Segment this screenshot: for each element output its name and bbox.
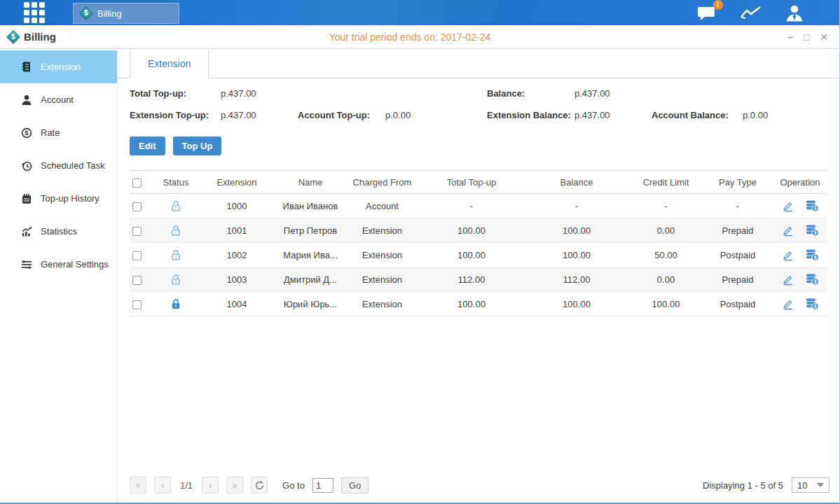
row-topup-button[interactable]: $: [806, 248, 819, 261]
extension-cell: 1002: [198, 250, 275, 260]
row-checkbox[interactable]: [132, 276, 142, 285]
tab-bar: Extension: [118, 49, 839, 78]
charged-from-cell: Extension: [345, 299, 419, 309]
user-account-icon[interactable]: [785, 4, 804, 22]
window-title-text: Billing: [24, 31, 56, 43]
sidebar-item-extension[interactable]: Extension: [0, 50, 117, 83]
row-checkbox[interactable]: [132, 202, 142, 211]
row-edit-button[interactable]: [782, 298, 794, 310]
app-launcher-grid-icon[interactable]: [24, 2, 45, 23]
row-topup-button[interactable]: $: [806, 298, 819, 310]
pencil-icon: [782, 224, 794, 237]
minimize-button[interactable]: –: [787, 32, 793, 42]
taskbar-tab-billing[interactable]: $ Billing: [73, 3, 179, 24]
sliders-icon: [21, 259, 32, 270]
lock-open-icon: [170, 200, 181, 212]
header-extension: Extension: [198, 177, 275, 188]
pay-type-cell: Prepaid: [703, 225, 773, 236]
lock-open-icon: [170, 225, 181, 237]
row-edit-button[interactable]: [782, 248, 794, 261]
sidebar-item-label: Account: [41, 94, 74, 105]
total-topup-cell: -: [419, 201, 524, 211]
sidebar-item-general-settings[interactable]: General Settings: [0, 248, 117, 281]
row-edit-button[interactable]: [782, 200, 794, 212]
notification-badge: !: [713, 0, 723, 10]
balance-cell: 100.00: [524, 299, 629, 309]
name-cell: Мария Ива...: [275, 250, 345, 260]
sidebar-item-scheduled-task[interactable]: Scheduled Task: [0, 149, 117, 182]
sidebar-item-rate[interactable]: $ Rate: [0, 116, 117, 149]
top-bar: $ Billing !: [0, 0, 839, 25]
coin-icon: $: [21, 127, 32, 139]
pencil-icon: [782, 248, 794, 261]
row-checkbox[interactable]: [132, 227, 142, 236]
status-cell[interactable]: [153, 200, 198, 211]
svg-text:$: $: [813, 255, 816, 260]
svg-text:$: $: [25, 129, 29, 136]
reports-chart-icon[interactable]: [740, 5, 762, 20]
account-topup-label: Account Top-up:: [298, 110, 370, 120]
sidebar-item-topup-history[interactable]: Top-up History: [0, 182, 117, 215]
table-row: 1004 Юрий Юрь... Extension 100.00 100.00…: [130, 292, 827, 316]
total-topup-cell: 100.00: [419, 299, 524, 309]
sidebar-item-statistics[interactable]: Statistics: [0, 215, 117, 248]
row-topup-button[interactable]: $: [806, 200, 819, 212]
total-topup-label: Total Top-up:: [130, 88, 186, 99]
row-edit-button[interactable]: [782, 273, 794, 286]
summary-panel: Total Top-up: p.437.00 Balance: p.437.00…: [118, 78, 839, 130]
select-all-checkbox[interactable]: [132, 178, 142, 188]
pencil-icon: [782, 298, 794, 310]
notifications-chat-icon[interactable]: !: [696, 4, 717, 21]
last-page-button[interactable]: »: [226, 477, 243, 493]
svg-text:$: $: [813, 206, 816, 211]
first-page-button[interactable]: «: [130, 477, 146, 493]
go-button[interactable]: Go: [341, 477, 369, 493]
sidebar-item-account[interactable]: Account: [0, 83, 117, 116]
tab-extension[interactable]: Extension: [130, 49, 209, 78]
lock-closed-icon: [170, 298, 181, 310]
pencil-icon: [782, 200, 794, 212]
extension-cell: 1001: [198, 225, 275, 236]
maximize-button[interactable]: □: [804, 32, 809, 42]
coins-topup-icon: $: [806, 200, 819, 212]
extension-topup-label: Extension Top-up:: [130, 110, 209, 120]
row-checkbox[interactable]: [132, 300, 142, 309]
row-topup-button[interactable]: $: [806, 224, 819, 237]
notepad-icon: [21, 193, 32, 204]
window-controls: – □ ✕: [787, 32, 828, 42]
page-size-value: 10: [797, 480, 807, 491]
row-edit-button[interactable]: [782, 224, 794, 237]
balance-value: p.437.00: [574, 88, 610, 99]
top-up-button[interactable]: Top Up: [173, 136, 222, 155]
action-buttons: Edit Top Up: [130, 136, 839, 155]
extensions-table: Status Extension Name Charged From Total…: [130, 170, 827, 316]
window-title-bar: $ Billing Your trial period ends on: 201…: [0, 25, 839, 49]
taskbar-tab-label: Billing: [97, 8, 122, 19]
credit-limit-cell: 0.00: [629, 225, 703, 236]
close-button[interactable]: ✕: [820, 32, 828, 42]
sidebar: Extension Account $ Rate: [0, 49, 118, 503]
sidebar-item-label: Extension: [41, 62, 81, 72]
app-window: $ Billing !: [0, 0, 840, 504]
row-checkbox[interactable]: [132, 251, 142, 260]
credit-limit-cell: -: [629, 201, 703, 211]
status-cell[interactable]: [153, 273, 198, 285]
page-size-select[interactable]: 10: [792, 477, 829, 493]
table-row: 1000 Иван Иванов Account - - - - $: [130, 194, 827, 218]
refresh-button[interactable]: [251, 477, 268, 493]
prev-page-button[interactable]: ‹: [154, 477, 171, 493]
person-icon: [21, 94, 32, 106]
status-cell[interactable]: [153, 248, 198, 260]
status-cell[interactable]: [153, 298, 198, 309]
billing-diamond-icon: $: [79, 6, 93, 20]
row-topup-button[interactable]: $: [806, 273, 819, 286]
account-balance-value: p.0.00: [743, 110, 768, 120]
next-page-button[interactable]: ›: [202, 477, 219, 493]
goto-page-input[interactable]: [312, 478, 333, 493]
extension-cell: 1000: [198, 201, 275, 211]
edit-button[interactable]: Edit: [130, 136, 165, 155]
status-cell[interactable]: [153, 224, 198, 236]
balance-cell: 100.00: [524, 250, 629, 260]
header-total-topup: Total Top-up: [419, 177, 524, 188]
table-row: 1002 Мария Ива... Extension 100.00 100.0…: [130, 243, 827, 267]
